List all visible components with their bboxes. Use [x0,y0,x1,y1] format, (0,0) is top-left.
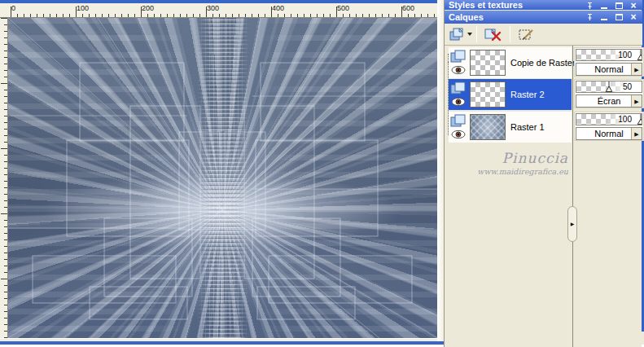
opacity-value: 100 [618,51,632,59]
blend-mode-dropdown[interactable]: Normal ▶ [576,63,642,76]
ruler-number: 400 [272,4,284,12]
visibility-eye-icon[interactable] [451,130,466,139]
layers-panel-body: Copie de Raster 2 Raster 2 [445,46,642,347]
opacity-value: 100 [618,115,632,124]
pin-icon[interactable] [585,13,594,22]
watermark-name: Pinuccia [445,150,568,166]
layer-row-raster-2[interactable]: Raster 2 [449,79,572,110]
blend-mode-dropdown[interactable]: Écran ▶ [576,94,642,108]
opacity-slider-handle[interactable] [637,50,642,61]
raster-layer-icon [450,81,468,94]
layer-thumbnail[interactable] [470,114,506,140]
styles-textures-title: Styles et textures [449,1,523,10]
splitter-collapse-button[interactable]: ▶ [567,206,577,242]
ruler-number: 200 [142,4,154,12]
close-icon[interactable]: × [629,13,638,22]
blend-mode-value: Normal [594,129,623,138]
minimize-icon[interactable] [599,1,609,10]
toolbar-separator [510,26,510,42]
opacity-slider-handle[interactable] [637,114,642,125]
blend-mode-value: Écran [598,96,621,106]
dropdown-arrow-icon: ▶ [634,99,638,104]
canvas-overlay-shapes [8,18,437,338]
layer-row-copie-de-raster-2[interactable]: Copie de Raster 2 [449,47,572,78]
opacity-slider[interactable]: 100 [576,113,642,125]
window-border-gap [437,0,444,345]
layer-row-raster-1[interactable]: Raster 1 [449,112,572,143]
ruler-number: 100 [77,4,89,12]
layer-controls-raster-2: 50 Écran ▶ [574,79,644,108]
minimize-icon[interactable] [599,13,609,22]
ruler-number: 500 [337,4,349,12]
opacity-slider-handle[interactable] [605,81,613,93]
image-canvas[interactable] [8,18,437,338]
new-layer-dropdown-icon[interactable] [467,33,472,36]
vertical-ruler [0,18,8,338]
dropdown-arrow-icon: ▶ [634,67,638,72]
blend-mode-value: Normal [594,64,623,74]
opacity-slider[interactable]: 50 [576,81,642,93]
ruler-number: 600 [402,4,414,12]
visibility-eye-icon[interactable] [451,65,466,75]
layer-controls-raster-1: 100 Normal ▶ [574,112,644,141]
opacity-value: 50 [623,82,632,91]
toolbar-separator [476,26,477,42]
layers-panel-titlebar[interactable]: Calques × [445,11,642,24]
layer-controls-copie-de-raster-2: 100 Normal ▶ [574,47,644,77]
maximize-icon[interactable] [614,1,624,10]
blend-mode-arrow-button[interactable]: ▶ [631,95,642,107]
collapse-arrow-icon: ▶ [571,222,575,226]
close-icon[interactable]: × [629,1,638,10]
blend-mode-arrow-button[interactable]: ▶ [631,128,642,139]
layer-name: Raster 1 [510,122,545,132]
layers-toolbar [445,24,642,46]
blend-mode-arrow-button[interactable]: ▶ [631,64,642,75]
layers-panel-title: Calques [449,12,484,22]
edit-selection-button[interactable] [515,25,539,44]
new-layer-icon [449,27,465,42]
layer-thumbnail[interactable] [470,81,506,108]
delete-layer-button[interactable] [481,25,506,44]
blend-mode-dropdown[interactable]: Normal ▶ [576,127,642,140]
layer-thumbnail[interactable] [470,50,506,76]
watermark: Pinuccia www.maidiregrafica.eu [445,150,568,176]
dropdown-arrow-icon: ▶ [634,131,638,137]
styles-textures-titlebar[interactable]: Styles et textures × [445,0,642,10]
ruler-number: 300 [207,4,219,12]
palette-panels: Styles et textures × Calques × [444,0,642,347]
pin-icon[interactable] [585,1,594,10]
ruler-number: 0 [11,4,15,12]
watermark-site: www.maidiregrafica.eu [445,167,568,176]
horizontal-ruler: 0 100 200 300 400 500 600 [0,3,437,18]
layer-name: Raster 2 [510,90,545,99]
raster-layer-icon [450,114,468,127]
visibility-eye-icon[interactable] [451,97,466,107]
maximize-icon[interactable] [614,13,624,22]
panel-splitter[interactable] [572,46,573,347]
delete-layer-icon [484,27,503,42]
edit-selection-icon [518,27,536,42]
new-layer-button[interactable] [448,25,472,44]
opacity-slider[interactable]: 100 [576,49,642,61]
raster-layer-icon [450,50,468,63]
